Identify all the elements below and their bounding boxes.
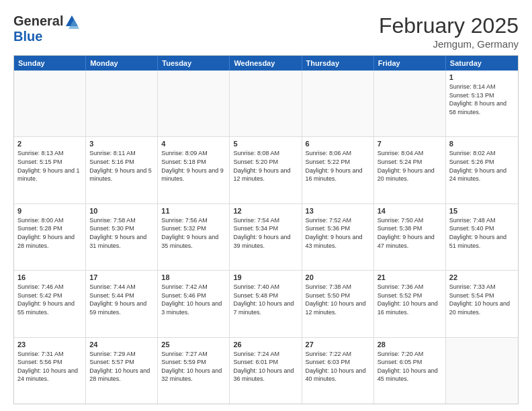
calendar-cell	[14, 71, 86, 136]
day-content: Sunrise: 7:40 AM Sunset: 5:48 PM Dayligh…	[233, 283, 298, 316]
calendar-body: 1Sunrise: 8:14 AM Sunset: 5:13 PM Daylig…	[14, 71, 518, 404]
calendar-cell	[230, 71, 302, 136]
day-content: Sunrise: 7:24 AM Sunset: 6:01 PM Dayligh…	[233, 350, 298, 383]
calendar-cell: 20Sunrise: 7:38 AM Sunset: 5:50 PM Dayli…	[302, 271, 374, 336]
day-number: 19	[233, 273, 298, 281]
calendar-cell: 1Sunrise: 8:14 AM Sunset: 5:13 PM Daylig…	[446, 71, 518, 136]
header-day-wednesday: Wednesday	[230, 56, 302, 71]
calendar-cell	[158, 71, 230, 136]
day-number: 3	[89, 140, 154, 148]
logo: General Blue	[13, 13, 79, 44]
day-content: Sunrise: 7:22 AM Sunset: 6:03 PM Dayligh…	[306, 350, 370, 383]
day-number: 8	[449, 140, 515, 148]
day-number: 25	[161, 340, 226, 349]
logo-general-text: General	[13, 13, 63, 29]
day-number: 24	[89, 340, 154, 349]
header-day-saturday: Saturday	[446, 56, 518, 71]
day-number: 22	[449, 273, 515, 281]
calendar-cell: 19Sunrise: 7:40 AM Sunset: 5:48 PM Dayli…	[230, 271, 302, 336]
header-day-friday: Friday	[374, 56, 446, 71]
day-content: Sunrise: 7:36 AM Sunset: 5:52 PM Dayligh…	[378, 283, 442, 316]
day-number: 9	[17, 207, 82, 215]
day-number: 5	[233, 140, 298, 148]
header-day-thursday: Thursday	[302, 56, 374, 71]
day-number: 10	[89, 207, 154, 215]
location: Jemgum, Germany	[379, 38, 519, 50]
calendar-cell: 18Sunrise: 7:42 AM Sunset: 5:46 PM Dayli…	[158, 271, 230, 336]
day-number: 1	[449, 73, 515, 81]
calendar-cell: 23Sunrise: 7:31 AM Sunset: 5:56 PM Dayli…	[14, 338, 86, 404]
calendar-cell: 16Sunrise: 7:46 AM Sunset: 5:42 PM Dayli…	[14, 271, 86, 336]
logo-blue-text: Blue	[13, 29, 42, 44]
day-number: 20	[306, 273, 370, 281]
calendar-header: SundayMondayTuesdayWednesdayThursdayFrid…	[14, 56, 518, 71]
calendar-row-1: 1Sunrise: 8:14 AM Sunset: 5:13 PM Daylig…	[14, 71, 518, 136]
month-title: February 2025	[379, 13, 519, 38]
calendar-cell: 6Sunrise: 8:06 AM Sunset: 5:22 PM Daylig…	[302, 137, 374, 203]
calendar-row-4: 16Sunrise: 7:46 AM Sunset: 5:42 PM Dayli…	[14, 270, 518, 336]
calendar-row-5: 23Sunrise: 7:31 AM Sunset: 5:56 PM Dayli…	[14, 337, 518, 404]
calendar: SundayMondayTuesdayWednesdayThursdayFrid…	[13, 55, 519, 404]
day-content: Sunrise: 7:46 AM Sunset: 5:42 PM Dayligh…	[17, 283, 82, 316]
calendar-cell: 17Sunrise: 7:44 AM Sunset: 5:44 PM Dayli…	[86, 271, 158, 336]
calendar-cell	[302, 71, 374, 136]
calendar-cell: 11Sunrise: 7:56 AM Sunset: 5:32 PM Dayli…	[158, 204, 230, 270]
day-content: Sunrise: 7:27 AM Sunset: 5:59 PM Dayligh…	[161, 350, 226, 383]
title-block: February 2025 Jemgum, Germany	[379, 13, 519, 50]
calendar-cell: 8Sunrise: 8:02 AM Sunset: 5:26 PM Daylig…	[446, 137, 518, 203]
calendar-cell: 25Sunrise: 7:27 AM Sunset: 5:59 PM Dayli…	[158, 338, 230, 404]
day-content: Sunrise: 8:14 AM Sunset: 5:13 PM Dayligh…	[449, 83, 515, 116]
calendar-cell: 10Sunrise: 7:58 AM Sunset: 5:30 PM Dayli…	[86, 204, 158, 270]
day-content: Sunrise: 7:20 AM Sunset: 6:05 PM Dayligh…	[378, 350, 442, 383]
calendar-cell: 5Sunrise: 8:08 AM Sunset: 5:20 PM Daylig…	[230, 137, 302, 203]
calendar-cell: 12Sunrise: 7:54 AM Sunset: 5:34 PM Dayli…	[230, 204, 302, 270]
day-number: 28	[378, 340, 442, 349]
day-number: 2	[17, 140, 82, 148]
calendar-cell: 4Sunrise: 8:09 AM Sunset: 5:18 PM Daylig…	[158, 137, 230, 203]
day-number: 12	[233, 207, 298, 215]
day-content: Sunrise: 7:52 AM Sunset: 5:36 PM Dayligh…	[306, 216, 370, 250]
calendar-cell: 14Sunrise: 7:50 AM Sunset: 5:38 PM Dayli…	[374, 204, 446, 270]
day-content: Sunrise: 7:54 AM Sunset: 5:34 PM Dayligh…	[233, 216, 298, 250]
calendar-cell: 15Sunrise: 7:48 AM Sunset: 5:40 PM Dayli…	[446, 204, 518, 270]
calendar-row-3: 9Sunrise: 8:00 AM Sunset: 5:28 PM Daylig…	[14, 203, 518, 270]
logo-icon	[64, 14, 79, 29]
day-content: Sunrise: 8:04 AM Sunset: 5:24 PM Dayligh…	[378, 149, 442, 183]
day-number: 26	[233, 340, 298, 349]
day-content: Sunrise: 8:08 AM Sunset: 5:20 PM Dayligh…	[233, 149, 298, 183]
page: General Blue February 2025 Jemgum, Germa…	[0, 0, 532, 411]
day-number: 27	[306, 340, 370, 349]
day-number: 17	[89, 273, 154, 281]
day-number: 6	[306, 140, 370, 148]
header: General Blue February 2025 Jemgum, Germa…	[13, 13, 519, 50]
day-content: Sunrise: 8:06 AM Sunset: 5:22 PM Dayligh…	[306, 149, 370, 183]
day-number: 11	[161, 207, 226, 215]
calendar-cell: 13Sunrise: 7:52 AM Sunset: 5:36 PM Dayli…	[302, 204, 374, 270]
calendar-cell: 21Sunrise: 7:36 AM Sunset: 5:52 PM Dayli…	[374, 271, 446, 336]
calendar-cell: 2Sunrise: 8:13 AM Sunset: 5:15 PM Daylig…	[14, 137, 86, 203]
day-number: 4	[161, 140, 226, 148]
calendar-cell: 28Sunrise: 7:20 AM Sunset: 6:05 PM Dayli…	[374, 338, 446, 404]
day-content: Sunrise: 7:33 AM Sunset: 5:54 PM Dayligh…	[449, 283, 515, 316]
day-number: 7	[378, 140, 442, 148]
day-content: Sunrise: 8:13 AM Sunset: 5:15 PM Dayligh…	[17, 149, 82, 183]
day-content: Sunrise: 7:56 AM Sunset: 5:32 PM Dayligh…	[161, 216, 226, 250]
day-content: Sunrise: 7:48 AM Sunset: 5:40 PM Dayligh…	[449, 216, 515, 250]
day-number: 13	[306, 207, 370, 215]
calendar-cell: 27Sunrise: 7:22 AM Sunset: 6:03 PM Dayli…	[302, 338, 374, 404]
day-content: Sunrise: 7:42 AM Sunset: 5:46 PM Dayligh…	[161, 283, 226, 316]
day-number: 15	[449, 207, 515, 215]
day-number: 18	[161, 273, 226, 281]
day-content: Sunrise: 7:29 AM Sunset: 5:57 PM Dayligh…	[89, 350, 154, 383]
header-day-tuesday: Tuesday	[158, 56, 230, 71]
day-number: 14	[378, 207, 442, 215]
calendar-cell	[86, 71, 158, 136]
day-number: 21	[378, 273, 442, 281]
calendar-cell: 7Sunrise: 8:04 AM Sunset: 5:24 PM Daylig…	[374, 137, 446, 203]
day-content: Sunrise: 7:31 AM Sunset: 5:56 PM Dayligh…	[17, 350, 82, 383]
calendar-row-2: 2Sunrise: 8:13 AM Sunset: 5:15 PM Daylig…	[14, 136, 518, 203]
calendar-cell: 3Sunrise: 8:11 AM Sunset: 5:16 PM Daylig…	[86, 137, 158, 203]
day-content: Sunrise: 8:09 AM Sunset: 5:18 PM Dayligh…	[161, 149, 226, 183]
day-content: Sunrise: 8:02 AM Sunset: 5:26 PM Dayligh…	[449, 149, 515, 183]
day-content: Sunrise: 8:11 AM Sunset: 5:16 PM Dayligh…	[89, 149, 154, 183]
